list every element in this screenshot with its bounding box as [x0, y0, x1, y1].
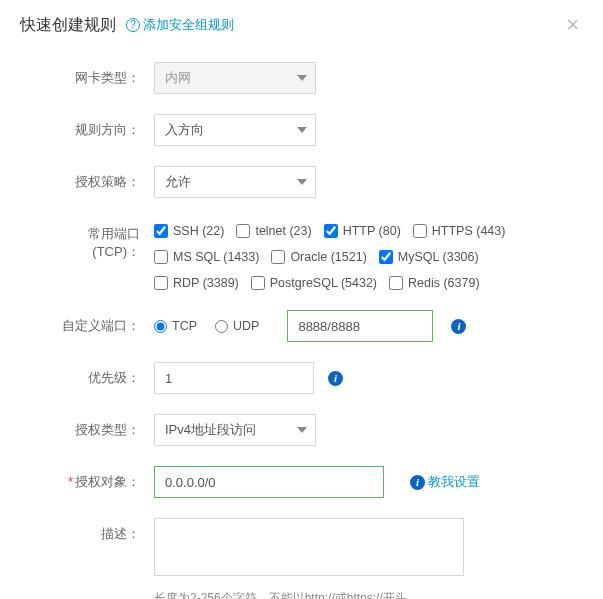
port-oracle[interactable]: Oracle (1521) — [271, 250, 366, 264]
direction-value: 入方向 — [165, 121, 204, 139]
priority-control: i — [154, 362, 583, 394]
direction-label: 规则方向： — [48, 114, 154, 139]
priority-label: 优先级： — [48, 362, 154, 387]
common-port-label: 常用端口(TCP)： — [48, 218, 154, 261]
teach-me-link[interactable]: i 教我设置 — [410, 473, 480, 491]
policy-control: 允许 — [154, 166, 583, 198]
port-postgres[interactable]: PostgreSQL (5432) — [251, 276, 377, 290]
modal-header: 快速创建规则 ? 添加安全组规则 × — [20, 14, 583, 44]
auth-object-label: *授权对象： — [48, 466, 154, 491]
modal-title: 快速创建规则 — [20, 15, 116, 36]
info-icon[interactable]: i — [328, 371, 343, 386]
port-redis-checkbox[interactable] — [389, 276, 403, 290]
chevron-down-icon — [297, 427, 307, 433]
port-telnet-checkbox[interactable] — [236, 224, 250, 238]
help-link-text: 添加安全组规则 — [143, 16, 234, 34]
port-row-2: MS SQL (1433) Oracle (1521) MySQL (3306) — [154, 250, 505, 264]
port-checkbox-grid: SSH (22) telnet (23) HTTP (80) HTTPS (44… — [154, 218, 505, 290]
help-link[interactable]: ? 添加安全组规则 — [126, 16, 234, 34]
chevron-down-icon — [297, 75, 307, 81]
desc-control: 长度为2-256个字符，不能以http://或https://开头。 — [154, 518, 583, 599]
info-icon[interactable]: i — [451, 319, 466, 334]
chevron-down-icon — [297, 179, 307, 185]
port-mysql-checkbox[interactable] — [379, 250, 393, 264]
port-http-checkbox[interactable] — [324, 224, 338, 238]
custom-port-control: TCP UDP i — [154, 310, 583, 342]
nic-type-control: 内网 — [154, 62, 583, 94]
info-icon: i — [410, 475, 425, 490]
auth-type-control: IPv4地址段访问 — [154, 414, 583, 446]
auth-type-label: 授权类型： — [48, 414, 154, 439]
header-left: 快速创建规则 ? 添加安全组规则 — [20, 15, 234, 36]
port-mssql[interactable]: MS SQL (1433) — [154, 250, 259, 264]
port-ssh[interactable]: SSH (22) — [154, 224, 224, 238]
protocol-udp[interactable]: UDP — [215, 319, 259, 333]
form: 网卡类型： 内网 规则方向： 入方向 授权策略： 允许 — [20, 44, 583, 599]
protocol-tcp[interactable]: TCP — [154, 319, 197, 333]
custom-port-label: 自定义端口： — [48, 310, 154, 335]
row-priority: 优先级： i — [48, 362, 583, 394]
port-rdp[interactable]: RDP (3389) — [154, 276, 239, 290]
port-rdp-checkbox[interactable] — [154, 276, 168, 290]
row-direction: 规则方向： 入方向 — [48, 114, 583, 146]
row-nic-type: 网卡类型： 内网 — [48, 62, 583, 94]
port-mssql-checkbox[interactable] — [154, 250, 168, 264]
protocol-tcp-radio[interactable] — [154, 320, 167, 333]
auth-object-input[interactable] — [154, 466, 384, 498]
row-auth-object: *授权对象： i 教我设置 — [48, 466, 583, 498]
desc-label: 描述： — [48, 518, 154, 543]
row-description: 描述： 长度为2-256个字符，不能以http://或https://开头。 — [48, 518, 583, 599]
nic-type-select[interactable]: 内网 — [154, 62, 316, 94]
nic-type-value: 内网 — [165, 69, 191, 87]
port-https-checkbox[interactable] — [413, 224, 427, 238]
direction-select[interactable]: 入方向 — [154, 114, 316, 146]
quick-create-rule-modal: 快速创建规则 ? 添加安全组规则 × 网卡类型： 内网 规则方向： 入方向 — [0, 0, 603, 599]
row-common-ports: 常用端口(TCP)： SSH (22) telnet (23) HTTP (80… — [48, 218, 583, 290]
row-auth-type: 授权类型： IPv4地址段访问 — [48, 414, 583, 446]
chevron-down-icon — [297, 127, 307, 133]
direction-control: 入方向 — [154, 114, 583, 146]
port-https[interactable]: HTTPS (443) — [413, 224, 506, 238]
help-icon: ? — [126, 18, 140, 32]
custom-port-input[interactable] — [287, 310, 433, 342]
port-row-1: SSH (22) telnet (23) HTTP (80) HTTPS (44… — [154, 224, 505, 238]
auth-object-control: i 教我设置 — [154, 466, 583, 498]
nic-type-label: 网卡类型： — [48, 62, 154, 87]
policy-value: 允许 — [165, 173, 191, 191]
port-ssh-checkbox[interactable] — [154, 224, 168, 238]
port-http[interactable]: HTTP (80) — [324, 224, 401, 238]
common-port-control: SSH (22) telnet (23) HTTP (80) HTTPS (44… — [154, 218, 583, 290]
protocol-udp-radio[interactable] — [215, 320, 228, 333]
desc-hint: 长度为2-256个字符，不能以http://或https://开头。 — [154, 590, 419, 599]
port-row-3: RDP (3389) PostgreSQL (5432) Redis (6379… — [154, 276, 505, 290]
desc-textarea[interactable] — [154, 518, 464, 576]
auth-type-value: IPv4地址段访问 — [165, 421, 256, 439]
protocol-radio-group: TCP UDP — [154, 319, 259, 333]
port-oracle-checkbox[interactable] — [271, 250, 285, 264]
auth-type-select[interactable]: IPv4地址段访问 — [154, 414, 316, 446]
port-redis[interactable]: Redis (6379) — [389, 276, 480, 290]
port-postgres-checkbox[interactable] — [251, 276, 265, 290]
row-policy: 授权策略： 允许 — [48, 166, 583, 198]
row-custom-port: 自定义端口： TCP UDP i — [48, 310, 583, 342]
policy-label: 授权策略： — [48, 166, 154, 191]
policy-select[interactable]: 允许 — [154, 166, 316, 198]
priority-input[interactable] — [154, 362, 314, 394]
port-mysql[interactable]: MySQL (3306) — [379, 250, 479, 264]
close-icon[interactable]: × — [562, 14, 583, 36]
port-telnet[interactable]: telnet (23) — [236, 224, 311, 238]
